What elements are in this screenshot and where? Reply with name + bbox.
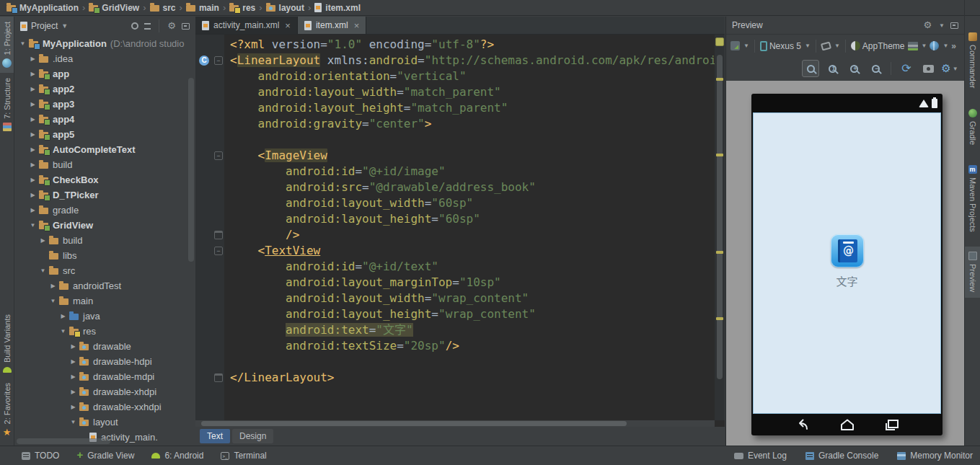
tree-toggle-icon[interactable]: ▼ — [18, 40, 27, 47]
tree-toggle-icon[interactable]: ▼ — [58, 328, 68, 335]
breadcrumb-item[interactable]: GridView — [86, 3, 142, 13]
device-selector[interactable]: Nexus 5▼ — [760, 41, 811, 51]
warning-stripe-mark[interactable] — [716, 154, 723, 156]
tree-item[interactable]: ▶androidTest — [15, 278, 195, 293]
project-panel-title[interactable]: Project — [31, 21, 58, 31]
tree-item[interactable]: ▶build — [15, 233, 195, 248]
tool-window-button-commander[interactable]: Commander — [965, 27, 980, 94]
project-vertical-scrollbar[interactable] — [188, 78, 194, 262]
tree-toggle-icon[interactable]: ▶ — [28, 207, 37, 213]
tree-toggle-icon[interactable]: ▶ — [28, 161, 37, 168]
warning-stripe-mark[interactable] — [716, 251, 723, 254]
scrollbar-thumb[interactable] — [717, 55, 723, 379]
fold-marker-icon[interactable] — [214, 231, 223, 239]
editor-vertical-scrollbar[interactable] — [715, 35, 725, 420]
fold-marker-icon[interactable]: − — [214, 151, 223, 160]
tree-toggle-icon[interactable]: ▶ — [28, 71, 37, 77]
code-editor[interactable]: <?xml version="1.0" encoding="utf-8"?>C−… — [195, 35, 715, 420]
editor-tab[interactable]: item.xml× — [298, 17, 366, 34]
tree-toggle-icon[interactable]: ▶ — [28, 177, 37, 183]
zoom-out-button[interactable]: − — [867, 60, 884, 77]
breadcrumb-item[interactable]: res — [226, 3, 258, 13]
tree-item[interactable]: ▶drawable — [15, 339, 195, 354]
locale-selector[interactable]: ▼ — [930, 41, 948, 50]
tree-item[interactable]: ▶app3 — [15, 97, 195, 112]
tree-toggle-icon[interactable]: ▶ — [69, 358, 78, 365]
tree-toggle-icon[interactable]: ▶ — [69, 404, 78, 410]
refresh-button[interactable] — [898, 60, 915, 77]
tree-toggle-icon[interactable]: ▼ — [48, 298, 58, 304]
tree-item[interactable]: ▶drawable-xxhdpi — [15, 399, 195, 415]
tree-toggle-icon[interactable]: ▶ — [28, 131, 37, 138]
status-bar-item-todo[interactable]: TODO — [22, 451, 59, 461]
tree-item[interactable]: ▶app5 — [15, 127, 195, 142]
project-horizontal-scrollbar[interactable] — [17, 438, 110, 444]
tree-item[interactable]: ▶gradle — [15, 203, 195, 218]
tree-item[interactable]: ▼src — [15, 263, 195, 278]
tree-toggle-icon[interactable]: ▶ — [58, 313, 68, 319]
configuration-button[interactable]: ▼ — [730, 41, 749, 50]
hide-panel-icon[interactable] — [182, 23, 190, 30]
overflow-chevrons[interactable]: » — [951, 41, 955, 51]
tree-item[interactable]: ▶app4 — [15, 112, 195, 127]
tree-toggle-icon[interactable]: ▶ — [28, 56, 37, 62]
tree-item[interactable]: ▼GridView — [15, 218, 195, 233]
status-bar-item-gradle-console[interactable]: Gradle Console — [805, 451, 878, 461]
orientation-button[interactable]: ▼ — [821, 43, 840, 50]
close-icon[interactable]: × — [285, 20, 291, 31]
breadcrumb-item[interactable]: main — [183, 3, 222, 13]
screenshot-button[interactable] — [919, 60, 937, 77]
tree-toggle-icon[interactable]: ▶ — [28, 86, 37, 92]
theme-selector[interactable]: AppTheme — [851, 41, 905, 51]
inspection-indicator-icon[interactable] — [715, 37, 724, 46]
warning-stripe-mark[interactable] — [716, 78, 723, 81]
tree-item[interactable]: ▶drawable-hdpi — [15, 354, 195, 369]
tree-item[interactable]: ▼main — [15, 293, 195, 309]
tree-item[interactable]: ▶app — [15, 66, 195, 81]
tree-item[interactable]: libs — [15, 248, 195, 263]
tool-window-button-7-structure[interactable]: 7: Structure — [0, 73, 14, 136]
tool-window-button-maven-projects[interactable]: Maven Projects — [965, 160, 980, 237]
editor-horizontal-scrollbar[interactable] — [195, 420, 715, 427]
tree-toggle-icon[interactable]: ▶ — [28, 192, 37, 198]
warning-stripe-mark[interactable] — [716, 317, 723, 320]
tree-toggle-icon[interactable]: ▶ — [28, 101, 37, 107]
gear-icon[interactable] — [923, 20, 932, 30]
collapse-all-icon[interactable] — [144, 23, 151, 30]
tree-toggle-icon[interactable]: ▶ — [69, 343, 78, 350]
chevron-down-icon[interactable]: ▼ — [61, 22, 68, 30]
status-bar-item-memory-monitor[interactable]: Memory Monitor — [897, 451, 973, 461]
scrollbar-thumb[interactable] — [201, 421, 627, 426]
fold-marker-icon[interactable]: − — [214, 247, 223, 255]
layout-variant-button[interactable]: ▼ — [908, 42, 927, 50]
locate-file-icon[interactable] — [131, 22, 138, 30]
tree-item[interactable]: ▼layout — [15, 415, 195, 430]
status-bar-item-event-log[interactable]: Event Log — [734, 451, 787, 461]
tool-window-button-1-project[interactable]: 1: Project — [0, 17, 14, 73]
tree-toggle-icon[interactable]: ▼ — [28, 222, 37, 229]
class-badge-icon[interactable]: C — [199, 56, 209, 66]
status-bar-item-gradle-view[interactable]: Gradle View — [76, 451, 134, 461]
tool-window-button-2-favorites[interactable]: 2: Favorites — [0, 378, 14, 443]
zoom-to-fit-button[interactable] — [802, 60, 819, 77]
preview-canvas[interactable]: @ 文字 — [726, 81, 964, 446]
breadcrumb-item[interactable]: MyApplication — [4, 3, 81, 13]
fold-marker-icon[interactable] — [214, 373, 223, 382]
tree-toggle-icon[interactable]: ▶ — [69, 389, 78, 395]
tree-item[interactable]: ▶.idea — [15, 51, 195, 66]
tree-item[interactable]: ▼MyApplication(D:\android studio — [15, 36, 195, 51]
tree-item[interactable]: ▶build — [15, 157, 195, 172]
tree-item[interactable]: ▶CheckBox — [15, 172, 195, 187]
tool-window-button-build-variants[interactable]: Build Variants — [0, 309, 14, 377]
actual-size-button[interactable]: 1 — [824, 60, 841, 77]
status-bar-item-terminal[interactable]: Terminal — [221, 451, 266, 461]
status-bar-item-6-android[interactable]: 6: Android — [151, 451, 203, 461]
tree-item[interactable]: ▶java — [15, 309, 195, 324]
tree-toggle-icon[interactable]: ▶ — [28, 146, 37, 153]
tree-item[interactable]: ▶AutoCompleteText — [15, 142, 195, 157]
tool-window-button-gradle[interactable]: Gradle — [965, 104, 980, 150]
zoom-in-button[interactable]: + — [845, 60, 862, 77]
tree-item[interactable]: ▶drawable-mdpi — [15, 369, 195, 384]
editor-tab[interactable]: activity_main.xml× — [195, 17, 298, 34]
tree-item[interactable]: ▼res — [15, 324, 195, 339]
